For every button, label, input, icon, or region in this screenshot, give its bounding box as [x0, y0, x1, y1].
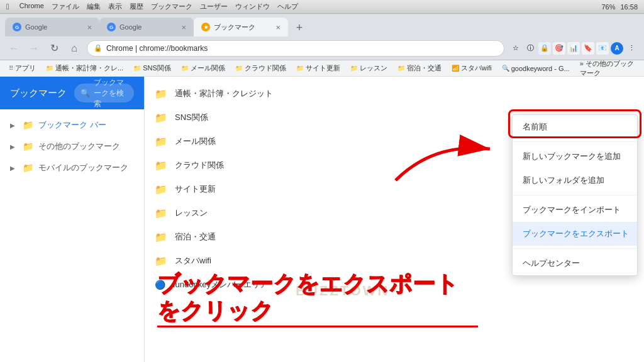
- account-icon[interactable]: A: [611, 42, 623, 55]
- bookmark-row-1[interactable]: 📁 通帳・家計簿・クレジット ⋮: [145, 82, 644, 106]
- folder-icon-1: 📁: [46, 65, 53, 72]
- ext5[interactable]: 📧: [596, 42, 609, 55]
- bm-item-7[interactable]: 📁 宿泊・交通: [394, 62, 445, 74]
- address-input[interactable]: 🔒 Chrome | chrome://bookmarks: [87, 40, 504, 57]
- title-bar:  Chrome ファイル 編集 表示 履歴 ブックマーク ユーザー ウィンドウ…: [0, 0, 644, 14]
- sidebar-item-other-bookmarks[interactable]: ▶ 📁 その他のブックマーク: [0, 136, 144, 157]
- dropdown-menu: 名前順 新しいブックマークを追加 新しいフォルダを追加 ブックマークをインポート…: [512, 114, 638, 276]
- folder-icon-bm2: 📁: [155, 112, 167, 124]
- bm-item-6[interactable]: 📁 レッスン: [347, 62, 391, 74]
- dropdown-item-add-folder[interactable]: 新しいフォルダを追加: [513, 168, 637, 192]
- menu-help[interactable]: ヘルプ: [277, 2, 298, 11]
- dropdown-divider-1: [513, 141, 637, 142]
- bm-more-button[interactable]: » その他のブックマーク: [576, 60, 639, 77]
- menu-history[interactable]: 履歴: [130, 2, 143, 11]
- back-button[interactable]: ←: [6, 41, 21, 56]
- dropdown-item-help[interactable]: ヘルプセンター: [513, 251, 637, 275]
- bm-item-3[interactable]: 📁 メール関係: [177, 62, 229, 74]
- sidebar-label-3: モバイルのブックマーク: [38, 162, 128, 173]
- sidebar-search[interactable]: 🔍 ブックマークを検索: [74, 84, 134, 102]
- sidebar-item-bookmarks-bar[interactable]: ▶ 📁 ブックマーク バー: [0, 114, 144, 136]
- dropdown-item-import[interactable]: ブックマークをインポート: [513, 198, 637, 222]
- menu-view[interactable]: 表示: [108, 2, 122, 11]
- sidebar-header: ブックマーク 🔍 ブックマークを検索: [0, 77, 144, 109]
- bookmark-row-9[interactable]: 🔵 fundonkeyメンバーエリア ⋮: [145, 273, 644, 297]
- home-button[interactable]: ⌂: [67, 41, 82, 56]
- bm-item-5[interactable]: 📁 サイト更新: [292, 62, 344, 74]
- bm-label-5: サイト更新: [306, 63, 340, 73]
- bm-apps[interactable]: ⠿ アプリ: [5, 62, 40, 74]
- folder-icon-6: 📁: [350, 65, 358, 72]
- bm-label-8: スタバwifi: [461, 63, 492, 73]
- title-bar-left:  Chrome ファイル 編集 表示 履歴 ブックマーク ユーザー ウィンドウ…: [6, 2, 298, 11]
- reload-button[interactable]: ↻: [47, 41, 62, 56]
- star-icon[interactable]: ☆: [509, 42, 522, 55]
- dropdown-item-export[interactable]: ブックマークをエクスポート: [513, 222, 637, 246]
- folder-icon-sidebar-2: 📁: [23, 141, 33, 151]
- tab-bar: G Google × G Google × ★ ブックマーク × +: [0, 14, 644, 36]
- address-text: Chrome | chrome://bookmarks: [106, 44, 208, 53]
- bm-label-9: goodkeyword - G...: [511, 65, 570, 72]
- tab2-close[interactable]: ×: [181, 23, 186, 32]
- tab1-favicon: G: [13, 23, 21, 31]
- toolbar-icons: ☆ ⓘ 🔒 🎯 📊 🔖 📧 A ⋮: [509, 42, 638, 55]
- new-tab-button[interactable]: +: [291, 19, 308, 36]
- sidebar-item-mobile-bookmarks[interactable]: ▶ 📁 モバイルのブックマーク: [0, 157, 144, 178]
- menu-bookmarks[interactable]: ブックマーク: [151, 2, 192, 11]
- bm-item-2[interactable]: 📁 SNS関係: [130, 62, 175, 74]
- tab3-close[interactable]: ×: [275, 23, 280, 32]
- forward-button[interactable]: →: [26, 41, 42, 56]
- ext3[interactable]: 📊: [567, 42, 580, 55]
- tab-3[interactable]: ★ ブックマーク ×: [194, 18, 288, 36]
- folder-icon-sidebar-3: 📁: [23, 163, 33, 173]
- tab-2[interactable]: G Google ×: [99, 18, 194, 36]
- dropdown-item-sort[interactable]: 名前順: [513, 115, 637, 139]
- menu-window[interactable]: ウィンドウ: [235, 2, 270, 11]
- title-bar-right: 76% 16:58: [601, 3, 638, 11]
- menu-user[interactable]: ユーザー: [200, 2, 228, 11]
- bm-label-2: SNS関係: [143, 63, 171, 73]
- ext4[interactable]: 🔖: [582, 42, 594, 55]
- tab2-label: Google: [119, 23, 177, 31]
- bm-apps-label: アプリ: [15, 63, 36, 73]
- folder-icon-bm1: 📁: [155, 88, 167, 100]
- dropdown-item-add-bookmark[interactable]: 新しいブックマークを追加: [513, 145, 637, 168]
- apple-menu[interactable]: : [6, 2, 9, 11]
- folder-icon-bm4: 📁: [155, 160, 167, 172]
- folder-icon-7: 📁: [397, 65, 405, 72]
- info-icon[interactable]: ⓘ: [524, 42, 536, 55]
- tab3-favicon: ★: [201, 23, 210, 31]
- menu-file[interactable]: ファイル: [52, 2, 79, 11]
- tab2-favicon: G: [107, 23, 116, 31]
- bm-item-4[interactable]: 📁 クラウド関係: [231, 62, 290, 74]
- tab-1[interactable]: G Google ×: [5, 18, 99, 36]
- wifi-icon: 📶: [452, 65, 459, 72]
- lock-icon: 🔒: [94, 44, 103, 52]
- annotation-underline: [157, 326, 478, 327]
- bm-item-8[interactable]: 📶 スタバwifi: [448, 62, 496, 74]
- folder-icon-bm3: 📁: [155, 136, 167, 148]
- ext2[interactable]: 🎯: [553, 42, 565, 55]
- sidebar-label-1: ブックマーク バー: [38, 119, 106, 131]
- folder-icon-bm7: 📁: [155, 231, 167, 243]
- tab1-close[interactable]: ×: [87, 23, 92, 32]
- tab3-label: ブックマーク: [214, 23, 272, 32]
- folder-icon-bm8: 📁: [155, 255, 167, 267]
- bm-item-1[interactable]: 📁 通帳・家計簿・クレ...: [42, 62, 127, 74]
- menu-edit[interactable]: 編集: [87, 2, 101, 11]
- tab1-label: Google: [25, 23, 83, 31]
- main-content: ブックマーク 🔍 ブックマークを検索 ▶ 📁 ブックマーク バー ▶ 📁 その他…: [0, 77, 644, 362]
- sidebar-title: ブックマーク: [10, 87, 67, 99]
- bm-label-7: 宿泊・交通: [407, 63, 441, 73]
- menu-dots[interactable]: ⋮: [625, 42, 638, 55]
- annotation-line2: をクリック: [157, 298, 274, 324]
- bm-item-9[interactable]: 🔍 goodkeyword - G...: [498, 63, 574, 74]
- ext1[interactable]: 🔒: [538, 42, 551, 55]
- clock: 16:58: [620, 3, 638, 11]
- bookmarks-bar-strip: ⠿ アプリ 📁 通帳・家計簿・クレ... 📁 SNS関係 📁 メール関係 📁 ク…: [0, 60, 644, 77]
- search-icon-bm: 🔍: [502, 65, 509, 72]
- battery-indicator: 76%: [601, 3, 615, 11]
- menu-chrome[interactable]: Chrome: [19, 2, 44, 11]
- folder-icon-2: 📁: [133, 65, 141, 72]
- toolbar-right: ☆ ⓘ 🔒 🎯 📊 🔖 📧 A ⋮: [509, 42, 638, 55]
